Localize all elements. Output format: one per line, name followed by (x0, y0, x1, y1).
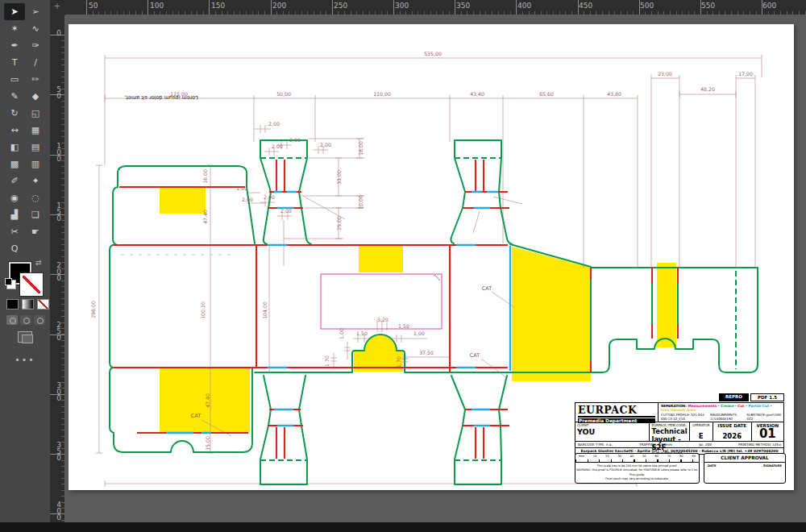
zoom-tool[interactable]: Q (4, 240, 25, 257)
mesh-tool[interactable]: ▩ (4, 156, 25, 172)
dim-label: 23,00 (658, 71, 672, 77)
width-tool[interactable]: ↔ (4, 122, 25, 139)
swap-fill-stroke-icon[interactable]: ⇄ (35, 259, 42, 267)
approval-title: CLIENT APPROVAL (704, 454, 785, 463)
legend-partial-cut: Partial Cut (748, 404, 769, 408)
dim-label: 110,00 (373, 91, 391, 97)
measurements: MEASUREMENTS: 115X060X190 (710, 413, 746, 421)
eurpack-logo: EURPACK Premedia Department (575, 403, 659, 422)
hand-tool[interactable]: ☛ (25, 223, 46, 240)
eraser-tool[interactable]: ◆ (25, 88, 46, 105)
color-swatches: ⇄ (0, 257, 50, 346)
cat-label: CAT (470, 352, 480, 359)
cutting-profile: CUTTING PROFILE: S21-044-000-13-22_V10 (661, 413, 710, 421)
dim-label: 1,00 (339, 328, 344, 339)
blend-tool[interactable]: ◉ (4, 189, 25, 206)
scale-tick: 30 (617, 455, 621, 458)
dim-label: 115,00 (170, 91, 188, 97)
ruler-number: 100 (150, 2, 164, 10)
graph-tool[interactable]: ▟ (4, 206, 25, 223)
pencil-tool[interactable]: ✎ (4, 88, 25, 105)
legend-cut: Cut (737, 404, 744, 408)
selection-tool[interactable]: ➤ (4, 3, 25, 20)
trapping: TRAPPING: 0,08mm (639, 443, 672, 447)
magic-wand-tool[interactable]: ✶ (4, 20, 25, 37)
rectangle-tool[interactable]: ▭ (4, 71, 25, 88)
separation-legend: SEPARATION: Measurements - Crease - Cut … (661, 404, 781, 412)
line-tool[interactable]: ∕ (25, 54, 46, 71)
default-fill-stroke-icon[interactable] (6, 280, 16, 289)
gradient-tool[interactable]: ▥ (25, 156, 46, 172)
dim-label: 1,00 (413, 330, 425, 336)
operator-value: E (699, 432, 704, 440)
dim-label: 2,00 (242, 197, 253, 202)
rotate-tool[interactable]: ↻ (4, 105, 25, 122)
dim-label: 43,80 (607, 91, 621, 97)
issue-date-value: 2026 (722, 432, 742, 440)
dim-label: 2,00 (268, 121, 280, 127)
ruler-number: 400 (52, 501, 63, 520)
legend-crease: Crease (721, 404, 734, 408)
dim-label: 2,00 (289, 137, 301, 143)
client-value: YOU (577, 427, 647, 436)
horizontal-ruler[interactable]: 50 100 150 200 250 300 350 400 450 500 5… (64, 0, 806, 15)
disclaimer-line3: Final result may vary according to subst… (575, 477, 699, 481)
dim-label: 104,00 (262, 301, 268, 319)
gradient-fill-button[interactable] (22, 299, 34, 310)
edit-toolbar-dots[interactable]: ••• (0, 355, 50, 365)
none-fill-button[interactable] (37, 299, 49, 310)
perspective-grid-tool[interactable]: ▤ (25, 139, 46, 156)
proof-tags: REPRO PDF 1.5 (575, 393, 784, 401)
draw-behind-mode-button[interactable] (20, 315, 31, 325)
vertical-ruler[interactable]: 0 50 100 150 200 250 300 350 400 (50, 15, 64, 522)
dim-label: 1,50 (356, 330, 368, 336)
scale-tick: 10 (593, 455, 597, 458)
client-approval-box[interactable]: CLIENT APPROVAL DATE SIGNATURE (704, 453, 786, 484)
ruler-number: 550 (701, 2, 715, 10)
scale-tick: 80 (679, 455, 683, 458)
color-fill-button[interactable] (6, 299, 19, 310)
fill-type-buttons (6, 299, 49, 310)
dim-label: 43,40 (470, 91, 484, 97)
dim-label: 25,00 (336, 216, 342, 231)
proof-scale-box[interactable]: mm 10 20 30 40 50 60 70 80 90 This scale… (575, 453, 700, 484)
ruler-number: 150 (52, 202, 63, 221)
slice-tool[interactable]: ✂ (4, 223, 25, 240)
barcode-type: BARCODE TYPE: n.a. (578, 443, 613, 447)
lasso-tool[interactable]: ∿ (25, 20, 46, 37)
symbol-sprayer-tool[interactable]: ◌ (25, 189, 46, 206)
approval-date-label: DATE (708, 464, 716, 468)
eyedropper-tool[interactable]: ✦ (25, 172, 46, 189)
ruler-number: 300 (52, 381, 63, 401)
artboard-tool[interactable]: ❏ (25, 206, 46, 223)
screen-mode-button[interactable] (18, 331, 32, 343)
free-transform-tool[interactable]: ▦ (25, 122, 46, 139)
dim-label: 37,50 (419, 350, 434, 355)
draw-normal-mode-button[interactable] (6, 315, 18, 325)
dim-label: 33,00 (336, 170, 342, 185)
title-block[interactable]: REPRO PDF 1.5 EURPACK Premedia Departmen… (575, 393, 784, 455)
ruler-number: 250 (52, 321, 63, 340)
draw-inside-mode-button[interactable] (34, 315, 45, 325)
curvature-tool[interactable]: ✑ (25, 37, 46, 54)
repro-tag: REPRO (719, 393, 749, 401)
measure-tool[interactable]: ✐ (4, 172, 25, 189)
dim-label: 1,70 (324, 355, 330, 367)
ruler-origin-corner[interactable]: + (50, 0, 65, 15)
direct-selection-tool[interactable]: ➢ (25, 3, 46, 20)
disclaimer-line2: WARNING: this proof is FOGRA® simulated;… (575, 468, 699, 477)
ruler-number: 500 (640, 2, 654, 10)
shape-builder-tool[interactable]: ◧ (4, 139, 25, 156)
lpi: lpi: 200 (699, 443, 712, 447)
scale-tick: 70 (667, 455, 671, 458)
paintbrush-tool[interactable]: ✏ (25, 71, 46, 88)
pen-tool[interactable]: ✒ (4, 37, 25, 54)
dim-label: 2,00 (264, 194, 275, 200)
type-tool[interactable]: T (4, 54, 25, 71)
dim-label: 1,58 (398, 323, 409, 329)
dim-label: 1,70 (396, 356, 401, 368)
dim-label: 2,00 (320, 142, 331, 148)
scale-tool[interactable]: ◱ (25, 105, 46, 122)
stroke-color-swatch[interactable] (20, 273, 43, 296)
dim-label: 48,20 (700, 86, 715, 92)
